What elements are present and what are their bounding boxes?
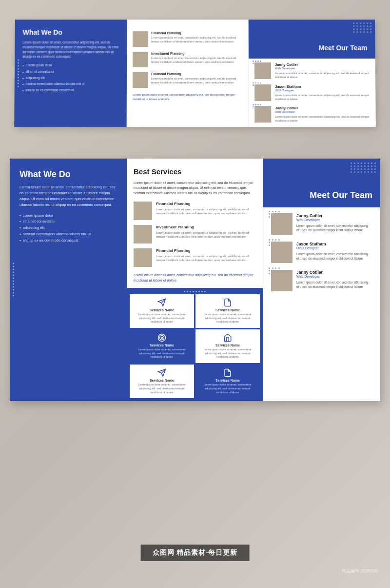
watermark-main: 众图网 精品素材·每日更新 bbox=[141, 545, 250, 561]
panel-right-2: Meet Our Team bbox=[263, 159, 380, 402]
meet-team-heading-2: Meet Our Team bbox=[310, 190, 372, 201]
best-services-body-2: Lorem ipsum dolor sit amet, consectetur … bbox=[134, 181, 256, 196]
panel-right-1: Meet Our Team bbox=[249, 20, 376, 126]
svg-point-2 bbox=[161, 337, 163, 339]
team-role-2-3: Web Developer bbox=[296, 275, 372, 278]
paper-plane-icon-2 bbox=[157, 368, 166, 377]
svc-desc-1: Lorem ipsum dolor sit amet, consectetur … bbox=[134, 313, 190, 324]
service-items-list-2: Financial Planning Lorem ipsum dolor sit… bbox=[134, 202, 256, 267]
team-name-2-2: Jason Statham bbox=[296, 242, 372, 246]
watermark-sub: 作品编号:2539290 bbox=[342, 568, 378, 574]
team-avatar-2-3 bbox=[271, 270, 292, 291]
avatar-wrapper-1 bbox=[254, 62, 271, 79]
avatar-wrapper-2-1 bbox=[271, 213, 292, 235]
service-item-text-3: Financial Planning Lorem ipsum dolor sit… bbox=[151, 72, 242, 84]
service-item-text-1: Financial Planning Lorem ipsum dolor sit… bbox=[151, 31, 242, 43]
team-avatar-2-1 bbox=[271, 213, 292, 235]
document-icon-2 bbox=[223, 368, 232, 377]
bullet-2-2: sit amet consectetur bbox=[20, 219, 118, 225]
team-desc-3: Lorem ipsum dolor sit amet, consectetur … bbox=[275, 115, 370, 123]
team-info-2-2: Jason Statham UI/UI Designer Lorem ipsum… bbox=[296, 242, 372, 262]
service-item-2: Investment Planning Lorem ipsum dolor si… bbox=[133, 52, 242, 67]
team-name-2-3: Janny Cotller bbox=[296, 270, 372, 275]
what-we-do-heading: What We Do bbox=[23, 28, 119, 36]
team-desc-2-3: Lorem ipsum dolor sit amet, consectetur … bbox=[296, 280, 372, 290]
svc-name-3: Services Name bbox=[150, 344, 174, 347]
team-desc-2-1: Lorem ipsum dolor sit amet, consectetur … bbox=[296, 223, 372, 233]
target-icon-1 bbox=[157, 333, 166, 342]
service-item-1: Financial Planning Lorem ipsum dolor sit… bbox=[133, 31, 242, 47]
page-wrapper: What We Do Lorem ipsum dolor sit amet, c… bbox=[0, 0, 390, 416]
team-avatar-2-2 bbox=[271, 242, 292, 263]
service-desc-2-3: Lorem ipsum dolor sit amet, consectetur … bbox=[156, 254, 256, 263]
team-info-3: Janny Cotller Web Developer Lorem ipsum … bbox=[275, 106, 370, 123]
avatar-wrapper-2-3 bbox=[271, 270, 292, 291]
service-title-2-1: Financial Planning bbox=[156, 202, 256, 206]
svc-name-4: Services Name bbox=[215, 344, 240, 347]
services-grid-bottom: Services Name Lorem ipsum dolor sit amet… bbox=[127, 288, 263, 401]
svc-name-2: Services Name bbox=[215, 308, 240, 312]
service-title-2-2: Investment Planning bbox=[156, 225, 256, 229]
svc-name-1: Services Name bbox=[150, 308, 174, 312]
service-text-2-1: Financial Planning Lorem ipsum dolor sit… bbox=[156, 202, 256, 216]
bottom-note: Lorem ipsum dolor sit amet, consectetur … bbox=[133, 93, 242, 101]
service-title-1: Financial Planning bbox=[151, 31, 242, 35]
bullet-4: nostrud exercitation ullamco laboris nis… bbox=[22, 81, 119, 88]
svc-card-6: Services Name Lorem ipsum dolor sit amet… bbox=[195, 365, 260, 398]
service-thumb-2 bbox=[133, 52, 148, 67]
bullet-list-2: Lorem ipsum dolor sit amet consectetur a… bbox=[20, 213, 118, 244]
service-desc-2-2: Lorem ipsum dolor sit amet, consectetur … bbox=[156, 231, 256, 239]
panel-right-top-1: Meet Our Team bbox=[249, 20, 375, 59]
services-grid-2: Services Name Lorem ipsum dolor sit amet… bbox=[130, 294, 260, 398]
middle-top-2: Best Services Lorem ipsum dolor sit amet… bbox=[127, 159, 263, 288]
what-we-do-body-2: Lorem ipsum dolor sit amet, consectetur … bbox=[20, 184, 118, 208]
service-desc-2: Lorem ipsum dolor sit amet, consectetur … bbox=[151, 57, 242, 64]
service-title-2-3: Financial Planning bbox=[156, 248, 256, 253]
service-text-2-2: Investment Planning Lorem ipsum dolor si… bbox=[156, 225, 256, 239]
dots-grid-top-right bbox=[353, 22, 372, 33]
service-desc-1: Lorem ipsum dolor sit amet, consectetur … bbox=[151, 36, 242, 43]
team-role-1: Web Developer bbox=[275, 67, 370, 70]
bullet-2: sit amet consectetur bbox=[22, 69, 119, 76]
team-info-1: Janny Cotller Web Developer Lorem ipsum … bbox=[275, 62, 370, 79]
panel-left-1: What We Do Lorem ipsum dolor sit amet, c… bbox=[14, 20, 127, 126]
service-thumb-2-3 bbox=[134, 248, 152, 267]
bullet-2-5: aliquip ex ea commodo consequat. bbox=[20, 238, 118, 244]
service-thumb-1 bbox=[133, 31, 148, 47]
team-member-1: Janny Cotller Web Developer Lorem ipsum … bbox=[254, 62, 370, 79]
bullet-2-4: nostrud exercitation ullamco laboris nis… bbox=[20, 231, 118, 238]
bullet-5: aliquip ex ea commodo consequat. bbox=[22, 88, 119, 94]
service-thumb-2-1 bbox=[134, 202, 152, 220]
bullet-2-3: adipiscing elit bbox=[20, 225, 118, 231]
avatar-wrapper-3 bbox=[254, 106, 271, 122]
svc-desc-5: Lorem ipsum dolor sit amet, consectetur … bbox=[134, 383, 190, 394]
dots-grid-tr-2 bbox=[351, 162, 376, 173]
team-desc-2-2: Lorem ipsum dolor sit amet, consectetur … bbox=[296, 252, 372, 262]
panel-middle-services: Financial Planning Lorem ipsum dolor sit… bbox=[127, 20, 249, 126]
home-icon-1 bbox=[223, 333, 232, 342]
team-member-2-1: Janny Cotller Web Developer Lorem ipsum … bbox=[271, 213, 372, 235]
svc-card-4: Services Name Lorem ipsum dolor sit amet… bbox=[195, 329, 260, 363]
team-name-3: Janny Cotller bbox=[275, 106, 370, 110]
team-desc-1: Lorem ipsum dolor sit amet, consectetur … bbox=[275, 71, 370, 80]
svc-name-6: Services Name bbox=[215, 379, 240, 382]
svc-card-2: Services Name Lorem ipsum dolor sit amet… bbox=[195, 294, 260, 328]
service-title-3: Financial Planning bbox=[151, 72, 242, 76]
service-item-2-1: Financial Planning Lorem ipsum dolor sit… bbox=[134, 202, 256, 220]
team-role-3: Web Developer bbox=[275, 110, 370, 113]
team-info-2: Jason Statham UI/UI Designer Lorem ipsum… bbox=[275, 84, 370, 101]
team-avatar-1 bbox=[254, 62, 271, 79]
team-member-2: Jason Statham UI/UI Designer Lorem ipsum… bbox=[254, 84, 370, 101]
team-info-2-3: Janny Cotller Web Developer Lorem ipsum … bbox=[296, 270, 372, 290]
team-role-2-1: Web Developer bbox=[296, 218, 372, 222]
bullet-2-1: Lorem ipsum dolor bbox=[20, 213, 118, 219]
panel-middle-2: Best Services Lorem ipsum dolor sit amet… bbox=[127, 159, 263, 402]
svc-desc-4: Lorem ipsum dolor sit amet, consectetur … bbox=[199, 348, 256, 359]
panel-left-2: What We Do Lorem ipsum dolor sit amet, c… bbox=[10, 159, 127, 402]
team-role-2: UI/UI Designer bbox=[275, 89, 370, 92]
team-name-1: Janny Cotller bbox=[275, 62, 370, 67]
avatar-wrapper-2-2 bbox=[271, 242, 292, 263]
team-member-2-2: Jason Statham UI/UI Designer Lorem ipsum… bbox=[271, 242, 372, 263]
bullet-1: Lorem ipsum dolor bbox=[22, 63, 119, 69]
service-item-text-2: Investment Planning Lorem ipsum dolor si… bbox=[151, 52, 242, 64]
